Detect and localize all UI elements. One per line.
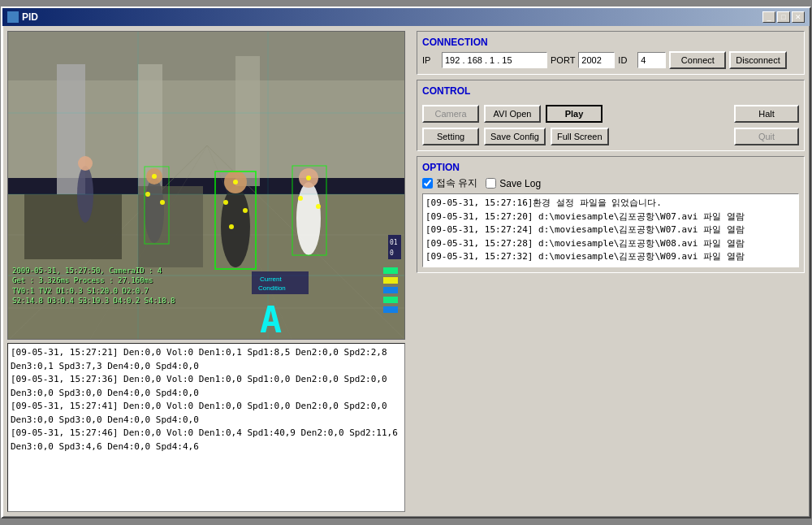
play-button[interactable]: Play [546,105,603,123]
svg-point-31 [298,196,303,201]
svg-text:0: 0 [390,249,394,257]
app-icon [7,11,19,23]
video-container: Current Condition A 01 0 [7,31,405,340]
id-input[interactable] [637,52,666,68]
event-log-entry: [09-05-31, 15:27:24] d:\moviesample\김포공항… [425,223,796,237]
setting-button[interactable]: Setting [422,128,479,145]
title-bar: PID _ □ ✕ [2,8,810,26]
svg-rect-49 [383,306,398,313]
bottom-log[interactable]: [09-05-31, 15:27:21] Den:0,0 Vol:0 Den1:… [7,343,405,512]
bottom-log-entry: [09-05-31, 15:27:46] Den:0,0 Vol:0 Den1:… [11,427,402,453]
svg-text:Condition: Condition [258,284,286,292]
svg-rect-13 [24,194,122,259]
maximize-button[interactable]: □ [777,11,790,23]
svg-point-22 [78,156,93,171]
ip-label: IP [422,55,438,65]
svg-point-15 [221,186,250,267]
port-label: PORT [551,55,575,65]
ip-input[interactable] [442,52,547,68]
event-log-entry: [09-05-31, 15:27:16]환경 설정 파일을 읽었습니다. [425,197,796,210]
event-log-entry: [09-05-31, 15:27:20] d:\moviesample\김포공항… [425,210,796,224]
save-log-label[interactable]: Save Log [486,178,541,189]
title-bar-text: PID [7,11,38,23]
connect-button[interactable]: Connect [669,51,726,69]
port-input[interactable] [578,52,615,68]
connection-label: CONNECTION [422,37,799,48]
option-row: 접속 유지 Save Log [422,176,799,190]
svg-point-28 [243,208,248,213]
minimize-button[interactable]: _ [762,11,775,23]
right-panel: CONNECTION IP PORT ID Connect Disconnect… [417,31,805,512]
svg-point-27 [223,200,228,205]
svg-point-19 [145,178,164,243]
option-section: OPTION 접속 유지 Save Log [09-05-31, 15:27:1… [417,156,805,273]
connection-section: CONNECTION IP PORT ID Connect Disconnect [417,31,805,75]
halt-quit-column: Halt Quit [734,100,799,145]
svg-point-26 [233,180,238,184]
svg-point-29 [229,224,234,229]
avi-open-button[interactable]: AVI Open [484,105,541,123]
save-config-button[interactable]: Save Config [484,128,546,145]
control-row-1: Camera AVI Open Play [422,105,729,123]
left-panel: Current Condition A 01 0 [7,31,412,512]
connection-maintain-label[interactable]: 접속 유지 [422,176,477,190]
svg-point-30 [306,176,311,180]
svg-text:01: 01 [390,239,398,246]
control-label: CONTROL [422,85,799,97]
control-section: CONTROL Camera AVI Open Play Setting Sav… [417,80,805,151]
svg-rect-45 [383,267,398,274]
connection-row: IP PORT ID Connect Disconnect [422,51,799,69]
window-content: Current Condition A 01 0 [2,26,810,517]
save-log-checkbox[interactable] [486,178,496,189]
svg-point-35 [160,200,165,205]
bottom-log-entry: [09-05-31, 15:27:36] Den:0,0 Vol:0 Den1:… [11,373,402,400]
camera-button[interactable]: Camera [422,105,479,123]
control-row-2: Setting Save Config Full Screen [422,128,729,145]
bottom-log-entry: [09-05-31, 15:27:41] Den:0,0 Vol:0 Den1:… [11,400,402,427]
event-log[interactable]: [09-05-31, 15:27:16]환경 설정 파일을 읽었습니다.[09-… [422,193,799,267]
event-log-entry: [09-05-31, 15:27:28] d:\moviesample\김포공항… [425,237,796,251]
svg-rect-46 [383,277,398,284]
option-label: OPTION [422,162,799,173]
svg-text:Current: Current [260,276,282,283]
svg-point-33 [152,174,157,179]
id-label: ID [618,55,634,65]
disconnect-button[interactable]: Disconnect [729,51,786,69]
svg-rect-4 [235,56,260,186]
full-screen-button[interactable]: Full Screen [551,128,609,145]
svg-rect-48 [383,297,398,303]
svg-rect-47 [383,287,398,293]
svg-point-32 [316,204,321,209]
svg-point-17 [296,182,321,255]
title-bar-controls: _ □ ✕ [762,11,805,23]
event-log-entry: [09-05-31, 15:27:32] d:\moviesample\김포공항… [425,250,796,264]
connection-maintain-checkbox[interactable] [422,178,433,189]
quit-button[interactable]: Quit [734,128,799,145]
bottom-log-entry: [09-05-31, 15:27:21] Den:0,0 Vol:0 Den1:… [11,346,402,373]
window-title: PID [22,11,38,23]
main-window: PID _ □ ✕ [1,7,811,518]
halt-button[interactable]: Halt [734,105,799,123]
video-overlay-text: 2009-05-31, 15:27:50, CameraID : 4 Get :… [12,266,175,306]
close-button[interactable]: ✕ [792,11,805,23]
svg-text:A: A [260,298,282,340]
